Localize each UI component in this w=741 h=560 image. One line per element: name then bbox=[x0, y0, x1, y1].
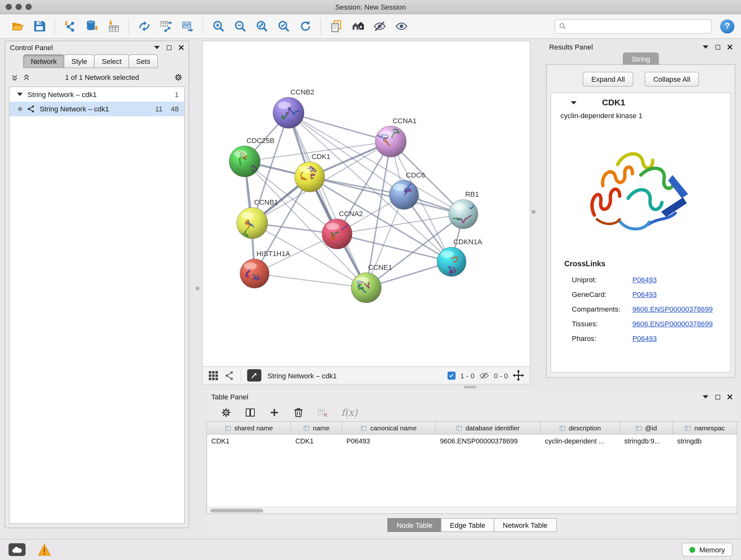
zoom-selected-button[interactable] bbox=[273, 16, 294, 36]
selected-checkbox-icon[interactable] bbox=[448, 371, 455, 379]
zoom-fit-button[interactable] bbox=[251, 16, 273, 36]
crosslink-tissues[interactable]: 9606.ENSP00000378699 bbox=[632, 320, 713, 327]
help-button[interactable]: ? bbox=[720, 19, 734, 33]
panel-collapse-icon[interactable] bbox=[703, 45, 709, 49]
select-columns-icon[interactable] bbox=[245, 407, 256, 418]
tab-node-table[interactable]: Node Table bbox=[388, 518, 441, 532]
memory-button[interactable]: Memory bbox=[682, 543, 733, 557]
column-header[interactable]: name bbox=[291, 422, 342, 434]
network-node[interactable]: CCNB2 bbox=[273, 88, 314, 128]
network-canvas[interactable]: CCNB2CCNA1CDC25BCDK1CDC6RB1CCNB1CCNA2CDK… bbox=[203, 41, 530, 367]
column-header[interactable]: description bbox=[541, 422, 620, 434]
refresh-network-button[interactable] bbox=[294, 16, 316, 36]
network-label: String Network – cdk1 bbox=[40, 105, 109, 113]
annotation-mode-button[interactable] bbox=[247, 369, 261, 382]
network-node[interactable]: CCNB1 bbox=[237, 198, 278, 239]
splitter-handle[interactable] bbox=[464, 386, 476, 388]
window-zoom-button[interactable] bbox=[25, 4, 31, 10]
warning-icon[interactable] bbox=[38, 543, 51, 556]
panel-close-icon[interactable] bbox=[727, 44, 732, 50]
panel-collapse-icon[interactable] bbox=[154, 46, 160, 49]
import-network-database-button[interactable] bbox=[81, 16, 103, 36]
cell-database-identifier[interactable]: 9606.ENSP00000378699 bbox=[435, 437, 541, 445]
splitter-handle[interactable] bbox=[532, 210, 536, 214]
cloud-icon[interactable] bbox=[9, 543, 25, 556]
save-session-button[interactable] bbox=[28, 16, 50, 36]
zoom-in-button[interactable] bbox=[207, 16, 229, 36]
splitter-handle[interactable] bbox=[196, 287, 199, 290]
hidden-eye-slash-icon[interactable] bbox=[479, 370, 489, 380]
tab-edge-table[interactable]: Edge Table bbox=[441, 518, 494, 532]
import-table-button[interactable] bbox=[103, 16, 124, 36]
window-minimize-button[interactable] bbox=[16, 4, 22, 10]
crosslink-pharos[interactable]: P06493 bbox=[632, 334, 657, 342]
panel-close-icon[interactable] bbox=[179, 45, 184, 50]
copy-button[interactable] bbox=[325, 16, 347, 36]
tab-style[interactable]: Style bbox=[64, 54, 95, 68]
column-header[interactable]: canonical name bbox=[342, 422, 435, 434]
cell-description[interactable]: cyclin-dependent ... bbox=[541, 437, 620, 445]
new-network-from-table-button[interactable] bbox=[155, 16, 177, 36]
network-collection-row[interactable]: String Network – cdk1 1 bbox=[10, 87, 185, 102]
network-row-selected[interactable]: String Network – cdk1 11 48 bbox=[10, 102, 185, 116]
import-network-file-button[interactable] bbox=[59, 16, 81, 36]
open-session-button[interactable] bbox=[7, 16, 28, 36]
cell-namespace[interactable]: stringdb bbox=[673, 437, 737, 445]
network-node[interactable]: HIST1H1A bbox=[240, 250, 290, 288]
add-column-plus-icon[interactable] bbox=[269, 407, 280, 418]
panel-collapse-icon[interactable] bbox=[703, 395, 709, 398]
network-overview-button[interactable] bbox=[347, 16, 368, 36]
gene-collapse-icon[interactable] bbox=[571, 101, 577, 105]
horizontal-scrollbar[interactable] bbox=[207, 507, 737, 513]
new-network-button[interactable] bbox=[133, 16, 155, 36]
scrollbar-thumb[interactable] bbox=[210, 509, 263, 512]
node-label: CCNA1 bbox=[393, 117, 416, 125]
cell-shared-name[interactable]: CDK1 bbox=[207, 437, 291, 445]
tab-string[interactable]: String bbox=[623, 52, 658, 65]
network-edge[interactable] bbox=[288, 113, 366, 288]
column-header[interactable]: namespac bbox=[673, 422, 737, 434]
search-input[interactable] bbox=[569, 22, 708, 30]
crosshair-icon[interactable] bbox=[513, 370, 524, 381]
zoom-out-button[interactable] bbox=[229, 16, 251, 36]
tab-network-table[interactable]: Network Table bbox=[494, 518, 556, 532]
window-close-button[interactable] bbox=[6, 4, 12, 10]
column-header[interactable]: database identifier bbox=[435, 422, 541, 434]
network-node[interactable]: CDC25B bbox=[229, 137, 274, 177]
network-options-gear-icon[interactable] bbox=[174, 73, 183, 82]
collapse-all-button[interactable]: Collapse All bbox=[645, 72, 698, 86]
export-image-button[interactable] bbox=[177, 16, 199, 36]
cell-name[interactable]: CDK1 bbox=[291, 437, 342, 445]
crosslink-genecard[interactable]: P06493 bbox=[632, 290, 657, 298]
function-builder-icon[interactable]: f(x) bbox=[341, 407, 357, 418]
panel-float-icon[interactable] bbox=[167, 45, 172, 50]
crosslink-uniprot[interactable]: P06493 bbox=[632, 275, 657, 284]
panel-close-icon[interactable] bbox=[727, 394, 732, 399]
collapse-tree-icon[interactable] bbox=[23, 73, 30, 81]
panel-float-icon[interactable] bbox=[716, 395, 720, 399]
grid-icon[interactable] bbox=[208, 370, 218, 380]
cell-id[interactable]: stringdb:9... bbox=[620, 437, 673, 445]
network-node[interactable]: RB1 bbox=[449, 190, 479, 229]
expand-all-button[interactable]: Expand All bbox=[583, 72, 633, 86]
crosslink-compartments[interactable]: 9606.ENSP00000378699 bbox=[632, 305, 713, 313]
network-node[interactable]: CCNA1 bbox=[375, 117, 417, 157]
delete-column-trash-icon[interactable] bbox=[293, 407, 304, 418]
hide-selected-button[interactable] bbox=[368, 16, 390, 36]
table-settings-gear-icon[interactable] bbox=[221, 407, 232, 418]
column-header[interactable]: shared name bbox=[207, 422, 291, 434]
table-row[interactable]: CDK1 CDK1 P06493 9606.ENSP00000378699 cy… bbox=[207, 435, 737, 448]
tab-select[interactable]: Select bbox=[94, 54, 129, 68]
network-node[interactable]: CDKN1A bbox=[437, 238, 482, 279]
panel-float-icon[interactable] bbox=[716, 45, 720, 50]
tab-network[interactable]: Network bbox=[23, 54, 64, 68]
cell-canonical-name[interactable]: P06493 bbox=[342, 437, 435, 445]
results-panel-title: Results Panel bbox=[549, 43, 593, 51]
show-all-button[interactable] bbox=[390, 16, 412, 36]
tab-sets[interactable]: Sets bbox=[129, 54, 158, 68]
network-edge[interactable] bbox=[255, 273, 366, 288]
column-header[interactable]: @id bbox=[620, 422, 673, 434]
collection-expand-icon[interactable] bbox=[17, 92, 23, 96]
birdseye-icon[interactable] bbox=[224, 370, 234, 380]
expand-tree-icon[interactable] bbox=[11, 73, 18, 81]
